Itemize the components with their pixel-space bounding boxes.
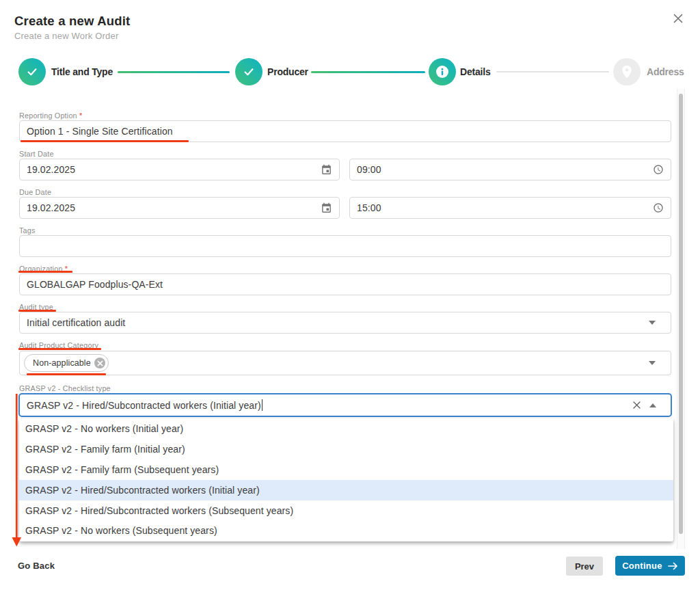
dropdown-option-5[interactable]: GRASP v2 - Hired/Subcontracted workers (… xyxy=(19,500,673,521)
reporting-option-label: Reporting Option * xyxy=(19,111,82,120)
due-date-input[interactable]: 19.02.2025 xyxy=(19,197,340,219)
step-4-label: Address xyxy=(647,66,684,77)
start-date-input[interactable]: 19.02.2025 xyxy=(19,159,340,180)
clear-icon[interactable] xyxy=(633,401,641,409)
continue-label: Continue xyxy=(622,561,662,571)
grasp-checklist-type-value: GRASP v2 - Hired/Subcontracted workers (… xyxy=(27,400,261,411)
dropdown-option-2[interactable]: GRASP v2 - Family farm (Initial year) xyxy=(19,439,673,459)
step-3-details-icon[interactable] xyxy=(429,58,456,85)
step-2-producer-icon[interactable] xyxy=(235,58,262,85)
page-title: Create a new Audit xyxy=(14,14,130,29)
check-icon xyxy=(242,65,256,79)
step-1-label: Title and Type xyxy=(51,66,113,77)
go-back-button[interactable]: Go Back xyxy=(18,561,55,571)
annotation-arrow-down xyxy=(11,393,23,548)
location-pin-icon xyxy=(620,64,634,79)
clock-icon[interactable] xyxy=(653,164,664,175)
caret-down-icon xyxy=(649,321,656,325)
text-cursor xyxy=(262,399,262,411)
required-asterisk: * xyxy=(79,111,82,120)
prev-button[interactable]: Prev xyxy=(566,557,603,576)
dropdown-option-6[interactable]: GRASP v2 - No workers (Subsequent years) xyxy=(19,520,673,541)
step-1-title-and-type-icon[interactable] xyxy=(18,58,46,85)
annotation-underline-audit-type xyxy=(18,310,56,312)
annotation-underline-audit-product-category xyxy=(18,348,101,350)
organization-input[interactable]: GLOBALGAP Foodplus-QA-Ext xyxy=(19,273,671,295)
start-time-value: 09:00 xyxy=(357,164,653,175)
start-date-label: Start Date xyxy=(19,150,54,158)
due-date-label: Due Date xyxy=(19,188,51,196)
step-4-address-icon[interactable] xyxy=(613,58,641,85)
step-connector-2 xyxy=(311,71,425,73)
audit-type-value: Initial certification audit xyxy=(27,317,649,328)
due-date-value: 19.02.2025 xyxy=(27,202,321,213)
close-icon xyxy=(672,12,684,25)
annotation-underline-chip xyxy=(27,373,106,375)
step-2-label: Producer xyxy=(267,66,308,77)
step-connector-1 xyxy=(118,71,230,73)
due-time-value: 15:00 xyxy=(357,202,653,213)
continue-button[interactable]: Continue xyxy=(615,556,685,576)
audit-type-select[interactable]: Initial certification audit xyxy=(19,312,671,334)
dropdown-option-4[interactable]: GRASP v2 - Hired/Subcontracted workers (… xyxy=(19,480,673,500)
chip-remove-icon[interactable] xyxy=(94,358,106,369)
checklist-type-dropdown: GRASP v2 - No workers (Initial year) GRA… xyxy=(19,418,673,541)
grasp-checklist-type-label: GRASP v2 - Checklist type xyxy=(19,384,111,392)
due-time-input[interactable]: 15:00 xyxy=(349,197,671,219)
arrow-right-icon xyxy=(668,562,678,570)
scrollbar-thumb[interactable] xyxy=(679,94,684,534)
check-icon xyxy=(25,65,39,79)
clock-icon[interactable] xyxy=(653,202,664,213)
annotation-underline-reporting-option xyxy=(21,140,189,142)
info-icon xyxy=(436,66,448,78)
reporting-option-input[interactable]: Option 1 - Single Site Certification xyxy=(19,120,671,142)
calendar-icon[interactable] xyxy=(321,164,332,176)
organization-value: GLOBALGAP Foodplus-QA-Ext xyxy=(27,279,163,290)
step-connector-3 xyxy=(496,71,609,72)
caret-down-icon xyxy=(649,361,656,365)
grasp-checklist-type-input[interactable]: GRASP v2 - Hired/Subcontracted workers (… xyxy=(18,393,672,417)
caret-up-icon[interactable] xyxy=(649,403,656,407)
reporting-option-value: Option 1 - Single Site Certification xyxy=(27,126,173,137)
category-chip-label: Non-applicable xyxy=(33,358,91,368)
tags-label: Tags xyxy=(19,226,36,234)
page-subtitle: Create a new Work Order xyxy=(14,31,118,41)
category-chip[interactable]: Non-applicable xyxy=(24,354,109,372)
audit-product-category-select[interactable]: Non-applicable xyxy=(19,351,671,375)
close-button[interactable] xyxy=(672,12,684,25)
dropdown-option-3[interactable]: GRASP v2 - Family farm (Subsequent years… xyxy=(19,459,673,480)
start-date-value: 19.02.2025 xyxy=(27,164,321,175)
calendar-icon[interactable] xyxy=(321,202,332,214)
dropdown-option-1[interactable]: GRASP v2 - No workers (Initial year) xyxy=(19,418,673,439)
tags-input[interactable] xyxy=(19,235,671,257)
start-time-input[interactable]: 09:00 xyxy=(349,159,671,180)
annotation-underline-organization xyxy=(18,271,72,273)
step-3-label: Details xyxy=(460,66,491,77)
